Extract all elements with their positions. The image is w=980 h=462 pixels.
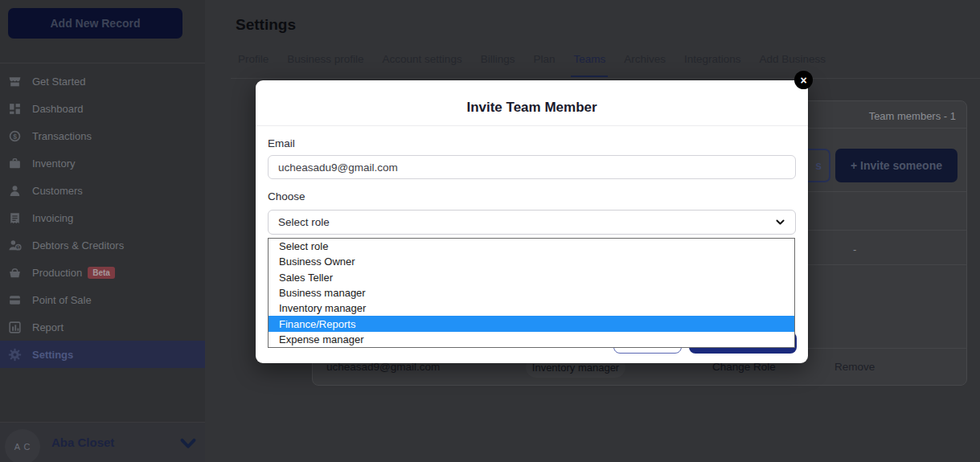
sidebar-item-label: Invoicing <box>32 212 73 224</box>
transactions-icon: $ <box>8 129 22 143</box>
sidebar-item[interactable]: Dashboard <box>0 95 205 122</box>
sidebar-item-label: Inventory <box>32 157 75 170</box>
tab[interactable]: Integrations <box>682 53 744 76</box>
sidebar-item-label: Debtors & Creditors <box>32 239 124 251</box>
dropdown-option[interactable]: Expense manager <box>269 332 794 347</box>
sidebar-item-label: Point of Sale <box>32 294 92 306</box>
avatar: A C <box>5 429 40 462</box>
business-name: Aba Closet <box>51 435 114 449</box>
invite-someone-button[interactable]: + Invite someone <box>835 149 957 182</box>
email-label: Email <box>268 137 295 149</box>
sidebar: Add New Record Get Started Dashboard $ T… <box>0 0 205 462</box>
sidebar-item[interactable]: Point of Sale <box>0 286 205 313</box>
sidebar-item[interactable]: Settings <box>0 341 205 368</box>
sidebar-item[interactable]: Production Beta <box>0 259 205 286</box>
dropdown-option[interactable]: Business manager <box>269 285 794 301</box>
role-dropdown-list: Select roleBusiness OwnerSales TellerBus… <box>268 238 795 348</box>
sidebar-item[interactable]: $ Transactions <box>0 122 205 149</box>
sidebar-item-label: Report <box>32 321 64 333</box>
page-title: Settings <box>236 16 296 34</box>
sidebar-item-label: Customers <box>32 185 83 197</box>
tab[interactable]: Profile <box>236 53 271 76</box>
invite-team-member-modal: × Invite Team Member Email Choose Select… <box>256 80 808 363</box>
storefront-icon <box>8 75 22 88</box>
tab[interactable]: Business profile <box>285 53 366 76</box>
sidebar-item-label: Settings <box>32 349 73 361</box>
settings-icon <box>8 348 22 362</box>
tabs-divider <box>231 78 980 79</box>
add-new-record-button[interactable]: Add New Record <box>8 8 182 39</box>
dropdown-option[interactable]: Select role <box>269 239 794 254</box>
sidebar-item[interactable]: Inventory <box>0 149 205 177</box>
inventory-icon <box>8 157 22 170</box>
settings-tabs: ProfileBusiness profileAccount settingsB… <box>236 53 828 77</box>
tab[interactable]: Archives <box>621 53 668 76</box>
tab[interactable]: Plan <box>531 53 557 76</box>
sidebar-item[interactable]: Get Started <box>0 67 205 95</box>
sidebar-item[interactable]: Invoicing <box>0 204 205 231</box>
point-of-sale-icon <box>8 293 22 307</box>
role-select-value: Select role <box>278 216 330 228</box>
team-members-count: Team members - 1 <box>869 110 956 122</box>
sidebar-item[interactable]: $ Debtors & Creditors <box>0 231 205 259</box>
close-icon[interactable]: × <box>794 71 813 89</box>
chevron-down-icon <box>178 434 198 453</box>
sidebar-item[interactable]: Report <box>0 313 205 341</box>
sidebar-item-label: Transactions <box>32 130 92 142</box>
dropdown-option[interactable]: Sales Teller <box>269 270 794 285</box>
remove-member-link[interactable]: Remove <box>834 361 875 373</box>
role-select[interactable]: Select role <box>268 210 796 235</box>
sidebar-item[interactable]: Customers <box>0 177 205 204</box>
tab[interactable]: Account settings <box>380 53 465 76</box>
chevron-down-icon <box>775 217 785 227</box>
modal-header-divider <box>256 125 808 126</box>
account-switcher[interactable]: A C Aba Closet <box>0 422 205 462</box>
dashboard-icon <box>8 102 22 116</box>
dropdown-option[interactable]: Inventory manager <box>269 301 794 316</box>
beta-badge: Beta <box>88 267 115 279</box>
sidebar-divider <box>0 63 205 63</box>
report-icon <box>8 321 22 334</box>
empty-cell: - <box>853 243 856 256</box>
debtors-creditors-icon: $ <box>8 239 22 252</box>
production-icon <box>8 266 22 280</box>
tab[interactable]: Teams <box>571 53 608 77</box>
sidebar-nav: Get Started Dashboard $ Transactions Inv… <box>0 67 205 368</box>
tab[interactable]: Add Business <box>757 53 829 76</box>
dropdown-option[interactable]: Business Owner <box>269 254 794 269</box>
sidebar-item-label: Production <box>32 267 82 279</box>
sidebar-item-label: Dashboard <box>32 103 84 115</box>
sidebar-item-label: Get Started <box>32 76 85 88</box>
svg-text:$: $ <box>13 132 17 140</box>
invoicing-icon <box>8 211 22 225</box>
tab[interactable]: Billings <box>478 53 518 76</box>
customers-icon <box>8 184 22 198</box>
dropdown-option[interactable]: Finance/Reports <box>269 316 794 331</box>
modal-title: Invite Team Member <box>256 100 808 116</box>
choose-label: Choose <box>268 190 305 202</box>
email-field[interactable] <box>268 155 796 179</box>
